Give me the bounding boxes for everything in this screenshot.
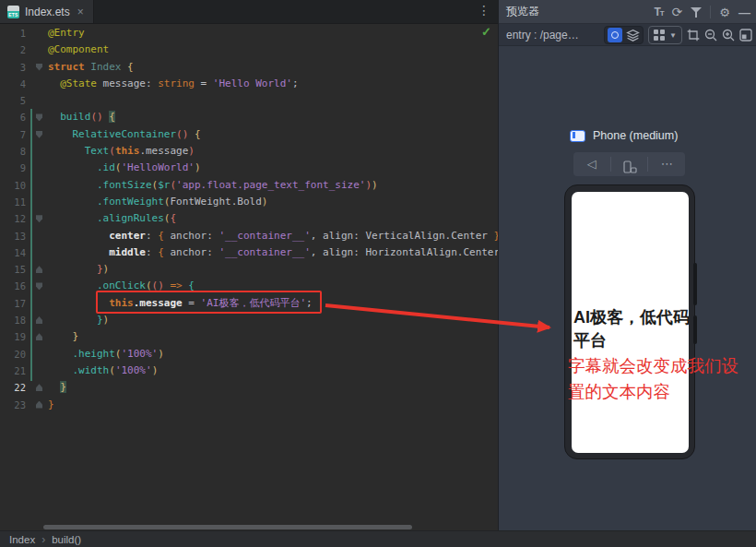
code-line[interactable]: 22 } (0, 379, 498, 396)
zoom-out-icon[interactable] (704, 29, 717, 42)
line-number[interactable]: 14 (0, 244, 28, 261)
inspect-toggle-icon[interactable] (608, 28, 622, 42)
code-line[interactable]: 17 this.message = 'AI极客，低代码平台'; (0, 295, 498, 312)
horizontal-scrollbar[interactable] (0, 524, 498, 530)
code-line[interactable]: 11 .fontWeight(FontWeight.Bold) (0, 194, 498, 210)
fold-gutter (28, 143, 46, 160)
line-number[interactable]: 10 (0, 177, 28, 194)
code-line[interactable]: 7 RelativeContainer() { (0, 126, 498, 143)
line-number[interactable]: 1 (0, 25, 28, 42)
settings-gear-icon[interactable]: ⚙ (719, 6, 730, 19)
view-mode-group[interactable]: ▼ (648, 26, 682, 44)
line-number[interactable]: 19 (0, 328, 28, 345)
filter-icon[interactable] (691, 6, 702, 18)
fold-gutter (28, 261, 46, 278)
rotate-device-button[interactable] (611, 155, 648, 174)
code-line[interactable]: 10 .fontSize($r('app.float.page_text_fon… (0, 177, 498, 194)
close-tab-icon[interactable]: × (77, 6, 84, 18)
line-number[interactable]: 4 (0, 76, 28, 92)
line-number[interactable]: 18 (0, 312, 28, 328)
fold-end-icon[interactable] (36, 333, 42, 340)
code-line[interactable]: 13 center: { anchor: '__container__', al… (0, 228, 498, 244)
layers-icon[interactable] (626, 29, 640, 42)
code-token: message: (97, 77, 158, 89)
code-line-text: .alignRules({ (46, 210, 498, 227)
code-line[interactable]: 6 build() { (0, 109, 498, 125)
code-line-text: .fontWeight(FontWeight.Bold) (46, 194, 498, 210)
code-token: 'HelloWorld' (121, 161, 194, 173)
code-line[interactable]: 23} (0, 397, 498, 413)
frame-select-icon[interactable] (687, 29, 700, 42)
fold-end-icon[interactable] (36, 384, 42, 391)
code-line[interactable]: 16 .onClick(() => { (0, 278, 498, 294)
fold-gutter (28, 210, 46, 227)
fold-collapse-icon[interactable] (36, 215, 42, 222)
line-number[interactable]: 20 (0, 346, 28, 363)
line-number[interactable]: 3 (0, 59, 28, 76)
code-token: } (97, 314, 103, 326)
code-line[interactable]: 12 .alignRules({ (0, 210, 498, 227)
hide-panel-icon[interactable]: — (738, 6, 750, 19)
line-number[interactable]: 2 (0, 42, 28, 58)
line-number[interactable]: 13 (0, 228, 28, 244)
line-number[interactable]: 22 (0, 379, 28, 396)
code-token: '__container__' (219, 230, 310, 242)
font-scale-icon[interactable]: TT (654, 6, 663, 18)
route-selector[interactable]: entry : /page… (506, 29, 579, 42)
code-line[interactable]: 3struct Index { (0, 59, 498, 76)
breadcrumb-symbol[interactable]: build() (52, 534, 81, 545)
scrollbar-thumb[interactable] (43, 525, 412, 529)
code-token: , align: (311, 230, 366, 242)
code-token (48, 348, 73, 360)
code-token (48, 279, 97, 291)
code-line[interactable]: 5 (0, 92, 498, 109)
fit-to-window-icon[interactable] (739, 29, 752, 42)
back-button[interactable]: ◁ (573, 152, 610, 176)
grid-view-icon[interactable] (654, 30, 665, 41)
line-number[interactable]: 12 (0, 210, 28, 227)
fold-end-icon[interactable] (36, 401, 42, 409)
breadcrumb-file[interactable]: Index (9, 534, 35, 545)
phone-screen-text[interactable]: AI极客，低代码平台 (573, 306, 695, 352)
fold-collapse-icon[interactable] (36, 131, 42, 138)
device-label[interactable]: Phone (medium) (570, 129, 678, 142)
fold-end-icon[interactable] (36, 266, 42, 273)
more-options-button[interactable]: ⋯ (648, 152, 685, 176)
zoom-in-icon[interactable] (722, 29, 735, 42)
fold-end-icon[interactable] (36, 316, 42, 324)
code-token (48, 314, 97, 326)
code-editor[interactable]: 1@Entry2@Component3struct Index {4 @Stat… (0, 25, 498, 523)
chevron-down-icon[interactable]: ▼ (669, 31, 677, 40)
code-line[interactable]: 1@Entry (0, 25, 498, 42)
line-number[interactable]: 17 (0, 295, 28, 312)
line-number[interactable]: 9 (0, 160, 28, 176)
code-line[interactable]: 4 @State message: string = 'Hello World'… (0, 76, 498, 92)
fold-collapse-icon[interactable] (36, 64, 42, 71)
line-number[interactable]: 23 (0, 397, 28, 413)
line-number[interactable]: 16 (0, 278, 28, 294)
phone-screen[interactable]: AI极客，低代码平台 (572, 192, 689, 453)
code-line[interactable]: 14 middle: { anchor: '__container__', al… (0, 244, 498, 261)
line-number[interactable]: 8 (0, 143, 28, 160)
line-number[interactable]: 5 (0, 92, 28, 109)
code-line[interactable]: 9 .id('HelloWorld') (0, 160, 498, 176)
code-line[interactable]: 18 }) (0, 312, 498, 328)
fold-collapse-icon[interactable] (36, 113, 42, 121)
fold-collapse-icon[interactable] (36, 282, 42, 290)
line-number[interactable]: 15 (0, 261, 28, 278)
code-line[interactable]: 20 .height('100%') (0, 346, 498, 363)
code-line[interactable]: 15 }) (0, 261, 498, 278)
code-line[interactable]: 2@Component (0, 42, 498, 58)
tab-options-kebab-icon[interactable]: ⋮ (478, 3, 490, 18)
inspection-ok-check-icon[interactable]: ✓ (481, 25, 491, 39)
code-line[interactable]: 8 Text(this.message) (0, 143, 498, 160)
code-line[interactable]: 21 .width('100%') (0, 363, 498, 379)
line-number[interactable]: 21 (0, 363, 28, 379)
code-token: () (152, 279, 164, 291)
code-line[interactable]: 19 } (0, 328, 498, 345)
line-number[interactable]: 6 (0, 109, 28, 125)
line-number[interactable]: 11 (0, 194, 28, 210)
tab-index-ets[interactable]: ETS Index.ets × (0, 0, 94, 23)
refresh-icon[interactable]: ⟳ (672, 5, 683, 19)
line-number[interactable]: 7 (0, 126, 28, 143)
